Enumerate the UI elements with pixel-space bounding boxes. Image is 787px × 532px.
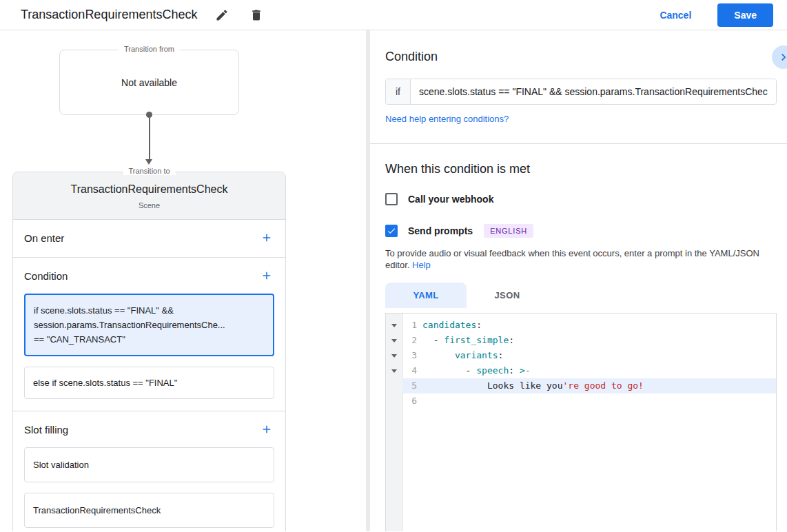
transition-to-label: Transition to bbox=[123, 167, 175, 175]
fold-gutter bbox=[386, 348, 402, 363]
scene-header[interactable]: TransactionRequirementsCheck Scene bbox=[13, 172, 285, 220]
line-number: 4 bbox=[402, 363, 422, 378]
code-text: - first_simple: bbox=[422, 333, 776, 348]
send-prompts-checkbox[interactable] bbox=[385, 225, 398, 237]
condition-line: if scene.slots.status == "FINAL" && bbox=[34, 303, 265, 318]
on-enter-title: On enter bbox=[24, 232, 64, 244]
fold-arrow-icon[interactable] bbox=[391, 369, 397, 373]
add-on-enter-button[interactable] bbox=[259, 230, 274, 245]
condition-section: Condition if scene.slots.status == "FINA… bbox=[13, 258, 285, 411]
slot-filling-title: Slot filling bbox=[24, 424, 68, 436]
line-number: 2 bbox=[402, 333, 422, 348]
connector-arrow-icon bbox=[145, 159, 152, 165]
fold-arrow-icon[interactable] bbox=[391, 339, 397, 342]
slot-card[interactable]: Slot validation bbox=[24, 447, 274, 482]
condition-heading: Condition bbox=[385, 50, 777, 64]
code-text: variants: bbox=[422, 348, 776, 363]
collapse-panel-button[interactable] bbox=[772, 45, 787, 69]
fold-gutter bbox=[386, 378, 402, 393]
connector-line bbox=[149, 118, 150, 159]
scene-graph-panel: Transition from Not available Transition… bbox=[0, 30, 366, 531]
tab-yaml[interactable]: YAML bbox=[385, 283, 467, 308]
when-met-heading: When this condition is met bbox=[385, 162, 777, 176]
prompt-description: To provide audio or visual feedback when… bbox=[385, 247, 775, 271]
condition-expression-input[interactable] bbox=[411, 79, 776, 104]
condition-editor-panel: Condition if Need help entering conditio… bbox=[370, 30, 787, 531]
line-number: 3 bbox=[402, 348, 422, 363]
code-line[interactable]: 5 Looks like you're good to go! bbox=[386, 378, 776, 393]
condition-line: == "CAN_TRANSACT" bbox=[34, 332, 265, 347]
cancel-button[interactable]: Cancel bbox=[660, 10, 691, 21]
delete-icon[interactable] bbox=[247, 6, 266, 25]
code-text: - speech: >- bbox=[422, 363, 776, 378]
send-prompts-row: Send prompts ENGLISH bbox=[385, 224, 777, 238]
transition-to-card: Transition to TransactionRequirementsChe… bbox=[12, 172, 286, 531]
slot-card-label: TransactionRequirementsCheck bbox=[33, 503, 265, 518]
condition-help-link[interactable]: Need help entering conditions? bbox=[385, 114, 509, 124]
add-slot-button[interactable] bbox=[259, 422, 274, 437]
slot-card-label: Slot validation bbox=[33, 458, 265, 472]
connector-dot bbox=[146, 112, 152, 118]
line-number: 6 bbox=[402, 393, 422, 409]
code-line[interactable]: 2 - first_simple: bbox=[386, 333, 776, 348]
language-badge: ENGLISH bbox=[484, 224, 533, 238]
transition-from-value: Not available bbox=[121, 77, 177, 88]
line-number: 5 bbox=[402, 378, 422, 393]
condition-card[interactable]: else if scene.slots.status == "FINAL" bbox=[24, 367, 274, 399]
webhook-label: Call your webhook bbox=[408, 194, 493, 205]
page-title: TransactionRequirementsCheck bbox=[21, 8, 197, 22]
condition-card-selected[interactable]: if scene.slots.status == "FINAL" && sess… bbox=[24, 294, 274, 356]
code-line[interactable]: 4 - speech: >- bbox=[386, 363, 776, 378]
slot-filling-section: Slot filling Slot validation Transaction… bbox=[13, 411, 285, 531]
fold-gutter bbox=[386, 333, 402, 348]
tab-json[interactable]: JSON bbox=[467, 283, 548, 308]
scene-title: TransactionRequirementsCheck bbox=[24, 183, 274, 196]
fold-arrow-icon[interactable] bbox=[391, 354, 397, 358]
code-line[interactable]: 3 variants: bbox=[386, 348, 776, 363]
add-condition-button[interactable] bbox=[259, 268, 274, 283]
fold-gutter bbox=[386, 318, 402, 333]
webhook-row: Call your webhook bbox=[385, 193, 777, 205]
help-link[interactable]: Help bbox=[412, 259, 431, 271]
code-editor[interactable]: 1candidates:2 - first_simple:3 variants:… bbox=[385, 313, 777, 531]
line-number: 1 bbox=[402, 318, 422, 333]
webhook-checkbox[interactable] bbox=[385, 193, 398, 205]
condition-expression-field: if bbox=[385, 79, 777, 105]
top-bar: TransactionRequirementsCheck Cancel Save bbox=[0, 0, 787, 30]
code-text: candidates: bbox=[422, 318, 776, 333]
if-label: if bbox=[386, 79, 411, 104]
condition-line: session.params.TransactionRequirementsCh… bbox=[34, 318, 265, 332]
slot-card[interactable]: TransactionRequirementsCheck bbox=[24, 493, 274, 528]
on-enter-section: On enter bbox=[13, 220, 285, 257]
code-text bbox=[422, 393, 776, 409]
code-line[interactable]: 1candidates: bbox=[386, 318, 776, 333]
scene-subtitle: Scene bbox=[24, 201, 274, 209]
divider bbox=[370, 143, 787, 144]
prompt-description-text: To provide audio or visual feedback when… bbox=[385, 248, 759, 270]
save-button[interactable]: Save bbox=[717, 3, 773, 27]
code-text: Looks like you're good to go! bbox=[422, 378, 776, 393]
edit-icon[interactable] bbox=[212, 6, 232, 25]
transition-from-label: Transition from bbox=[119, 45, 180, 53]
code-line[interactable]: 6 bbox=[386, 393, 776, 409]
editor-tabs: YAML JSON bbox=[385, 283, 777, 308]
fold-gutter bbox=[386, 393, 402, 409]
condition-section-title: Condition bbox=[24, 270, 68, 282]
send-prompts-label: Send prompts bbox=[408, 225, 473, 236]
condition-line: else if scene.slots.status == "FINAL" bbox=[33, 376, 265, 390]
fold-arrow-icon[interactable] bbox=[391, 324, 397, 327]
transition-from-box[interactable]: Transition from Not available bbox=[59, 50, 239, 115]
fold-gutter bbox=[386, 363, 402, 378]
